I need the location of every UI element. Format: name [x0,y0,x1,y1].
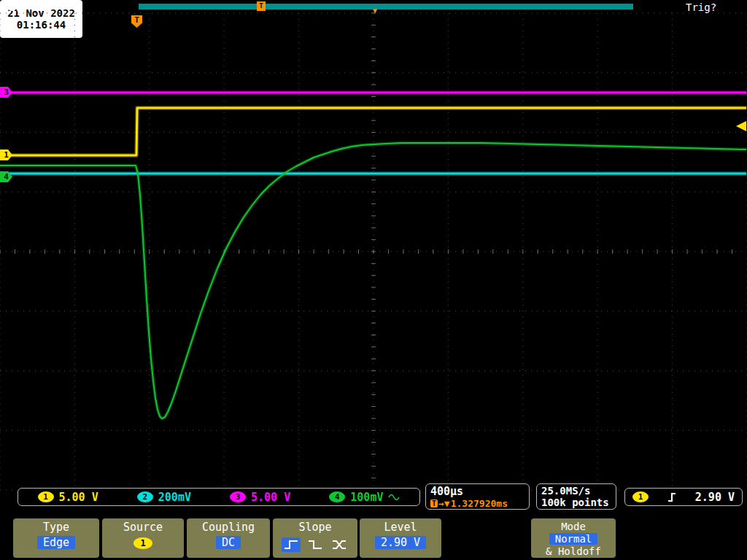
trigger-time-arrow: →▼ [438,498,450,509]
trigger-time-readout: T→▼1.327920ms [430,498,529,509]
oscilloscope-screen: Tek Run T ▼ Trig? 3 1 4 T 1 5.00 V 2 200… [0,0,747,560]
ch2-scale-value: 200mV [158,491,191,504]
ch2-badge: 2 [137,491,153,502]
menu-slope-title: Slope [298,521,331,534]
menu-type-value: Edge [37,536,75,549]
timebase-readout: 400µs T→▼1.327920ms [425,483,530,510]
record-trigger-position-icon[interactable]: T [257,1,266,11]
rising-edge-icon [667,491,677,503]
ch3-badge: 3 [230,491,246,502]
trigger-time-t-icon: T [430,499,438,508]
menu-level-value: 2.90 V [375,536,426,549]
menu-coupling-button[interactable]: Coupling DC [187,518,270,558]
record-view-position-icon: ▼ [373,7,377,15]
ch4-scale-value: 100mV [350,491,383,504]
menu-type-title: Type [43,521,69,534]
ch1-scale-readout: 1 5.00 V [38,491,98,504]
menu-source-channel-badge: 1 [133,537,152,549]
ch4-badge: 4 [329,491,345,502]
menu-source-title: Source [123,521,163,534]
trigger-readout: 1 2.90 V [624,488,743,506]
slope-options [282,537,349,552]
ch1-scale-value: 5.00 V [59,491,98,504]
ch2-scale-readout: 2 200mV [137,491,191,504]
trigger-level-value: 2.90 V [695,491,735,504]
menu-slope-button[interactable]: Slope [273,518,357,558]
menu-mode-title: Mode [561,521,586,532]
ch3-scale-value: 5.00 V [251,491,290,504]
trigger-status: Trig? [686,1,716,13]
acquisition-status: Run [28,1,46,13]
ch3-scale-readout: 3 5.00 V [230,491,290,504]
menu-mode-suffix: & Holdoff [546,545,601,557]
slope-falling-icon[interactable] [306,537,325,552]
ch1-badge: 1 [38,491,54,502]
record-view-bar[interactable] [139,4,633,9]
sample-rate: 25.0MS/s [541,485,616,497]
menu-type-button[interactable]: Type Edge [13,518,99,558]
ac-coupling-icon [388,494,400,501]
menu-mode-value: Normal [549,533,598,545]
trigger-level-arrow-icon[interactable] [736,121,746,131]
timebase-scale: 400µs [430,485,529,498]
trigger-time-value: 1.327920ms [451,498,508,509]
ch4-scale-readout: 4 100mV [329,491,400,504]
menu-level-button[interactable]: Level 2.90 V [360,518,441,558]
menu-mode-button[interactable]: Mode Normal & Holdoff [531,518,616,558]
slope-either-icon[interactable] [330,537,349,552]
menu-coupling-title: Coupling [202,521,255,534]
acquisition-readout: 25.0MS/s 100k points [536,483,616,510]
menu-coupling-value: DC [216,536,241,549]
menu-level-title: Level [384,521,417,534]
menu-source-button[interactable]: Source 1 [102,518,184,558]
record-length: 100k points [541,497,616,508]
slope-rising-icon[interactable] [282,537,301,552]
graticule-and-waveforms [0,0,747,560]
channel-scale-readouts: 1 5.00 V 2 200mV 3 5.00 V 4 100mV [18,488,420,506]
trigger-source-badge: 1 [632,491,649,502]
tek-logo: Tek [1,0,23,14]
